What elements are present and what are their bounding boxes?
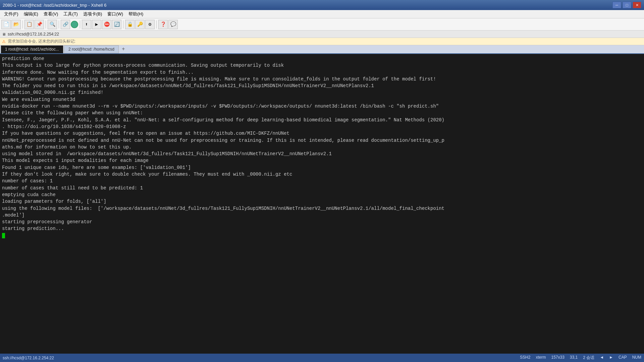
- terminal-line: The folder you need to run this in is /w…: [2, 82, 642, 89]
- menu-tabs[interactable]: 选项卡(B): [80, 10, 105, 18]
- sep6: [156, 20, 157, 28]
- status-protocol: SSH2: [520, 355, 530, 361]
- menu-edit[interactable]: 编辑(E): [21, 10, 41, 18]
- sep1: [22, 20, 23, 28]
- terminal-line: prediction done: [2, 55, 642, 62]
- paste-btn[interactable]: 📌: [35, 20, 44, 29]
- terminal-line: number of cases: 1: [2, 178, 642, 184]
- reconnect-btn[interactable]: 🔄: [112, 20, 121, 29]
- sep3: [59, 20, 59, 28]
- maximize-button[interactable]: □: [623, 2, 631, 8]
- status-right: SSH2 xterm 157x33 33,1 2 会话 ◄ ► CAP NUM: [520, 355, 641, 361]
- copy-btn[interactable]: 📋: [24, 20, 34, 29]
- settings-btn[interactable]: ⚙: [145, 20, 155, 29]
- address-bar: 🖥 ssh://hcsd@172.16.2.254:22: [0, 31, 644, 38]
- terminal-line: [2, 232, 642, 239]
- terminal-line: If you have questions or suggestions, fe…: [2, 130, 642, 137]
- scroll-right-btn[interactable]: ►: [609, 355, 613, 361]
- minimize-button[interactable]: ─: [612, 2, 621, 8]
- terminal-line: starting preprocessing generator: [2, 219, 642, 225]
- terminal-line: If they don't look right, make sure to d…: [2, 171, 642, 178]
- menu-tools[interactable]: 工具(T): [61, 10, 80, 18]
- key-btn[interactable]: 🔑: [135, 20, 145, 29]
- terminal-line: nnUNet_preprocessed is not defined and n…: [2, 137, 642, 144]
- terminal-content: prediction doneThis output is too large …: [2, 55, 642, 239]
- terminal-line: WARNING! Cannot run postprocessing becau…: [2, 76, 642, 82]
- terminal-line: Please cite the following paper when usi…: [2, 110, 642, 116]
- terminal-area[interactable]: prediction doneThis output is too large …: [0, 54, 644, 354]
- status-terminal: xterm: [536, 355, 546, 361]
- terminal-line: using the following model files: ['/work…: [2, 205, 642, 212]
- terminal-line: aths.md for information on how to set th…: [2, 144, 642, 150]
- title-controls: ─ □ ✕: [612, 2, 641, 8]
- terminal-cursor: [2, 233, 5, 238]
- num-indicator: NUM: [632, 355, 641, 361]
- status-indicator: [71, 21, 78, 28]
- status-left: ssh://hcsd@172.16.2.254:22: [3, 356, 54, 360]
- terminal-line: validation_002_0000.nii.gz finished!: [2, 89, 642, 96]
- terminal-line: Isensee, F., Jaeger, P.F., Kohl, S.A.A. …: [2, 117, 642, 123]
- tab-1[interactable]: 1 root@hcsd: /ssd1/wzh/doc...: [1, 45, 63, 53]
- ssh-address: ssh://hcsd@172.16.2.254:22: [8, 32, 59, 37]
- menu-file[interactable]: 文件(F): [1, 10, 21, 18]
- warning-text: 需求加旧命令会, 还来您的的旧头标记:: [8, 39, 75, 44]
- terminal-line: We are evaluating nnunet3d: [2, 96, 642, 103]
- sep2: [46, 20, 46, 28]
- new-session-btn[interactable]: 📄: [1, 20, 11, 29]
- terminal-line: inference done. Now waiting for the segm…: [2, 69, 642, 76]
- lock-btn[interactable]: 🔒: [125, 20, 135, 29]
- close-button[interactable]: ✕: [633, 2, 641, 8]
- terminal-line: Found 1 unique case ids, here are some e…: [2, 164, 642, 171]
- menu-help[interactable]: 帮助(H): [126, 10, 146, 18]
- disconnect-btn[interactable]: ⛔: [102, 20, 111, 29]
- terminal-line: This model expects 1 input modalities fo…: [2, 157, 642, 164]
- menu-bar: 文件(F) 编辑(E) 查看(V) 工具(T) 选项卡(B) 窗口(W) 帮助(…: [0, 10, 644, 18]
- status-bar: ssh://hcsd@172.16.2.254:22 SSH2 xterm 15…: [0, 354, 644, 362]
- help-btn[interactable]: ❓: [158, 20, 168, 29]
- status-zoom: 33,1: [570, 355, 578, 361]
- terminal-line: loading parameters for folds, ['all']: [2, 198, 642, 205]
- terminal-line: This output is too large for python proc…: [2, 62, 642, 69]
- open-btn[interactable]: 📂: [11, 20, 21, 29]
- comment-btn[interactable]: 💬: [168, 20, 178, 29]
- sep4: [80, 20, 80, 28]
- scroll-left-btn[interactable]: ◄: [600, 355, 604, 361]
- terminal-line: . https://doi.org/10.1038/s41592-020-010…: [2, 123, 642, 130]
- status-size: 157x33: [551, 355, 564, 361]
- transfer-btn[interactable]: ⬆: [82, 20, 91, 29]
- add-tab-button[interactable]: +: [119, 45, 127, 53]
- warning-bar: ⚠ 需求加旧命令会, 还来您的的旧头标记:: [0, 38, 644, 45]
- terminal-line: number of cases that still need to be pr…: [2, 185, 642, 191]
- caps-indicator: CAP: [619, 355, 627, 361]
- tab-2[interactable]: 2 root@hcsd: /home/hcsd: [64, 45, 119, 53]
- find-btn[interactable]: 🔍: [48, 20, 57, 29]
- menu-view[interactable]: 查看(V): [41, 10, 61, 18]
- tabs-bar: 1 root@hcsd: /ssd1/wzh/doc... 2 root@hcs…: [0, 45, 644, 54]
- menu-window[interactable]: 窗口(W): [105, 10, 126, 18]
- sep5: [123, 20, 123, 28]
- terminal-line: nvidia-docker run --name nnunet3d --rm -…: [2, 103, 642, 110]
- terminal-line: starting prediction...: [2, 225, 642, 232]
- terminal-line: emptying cuda cache: [2, 191, 642, 198]
- terminal-line: .model']: [2, 212, 642, 219]
- script-btn[interactable]: ▶: [92, 20, 101, 29]
- connect-btn[interactable]: 🔗: [61, 20, 70, 29]
- terminal-line: using model stored in /workspace/dataset…: [2, 150, 642, 157]
- status-sessions: 2 会话: [583, 355, 594, 361]
- title-bar: 2080-1 - root@hcsd: /ssd1/wzh/docker_tmp…: [0, 0, 644, 10]
- title-text: 2080-1 - root@hcsd: /ssd1/wzh/docker_tmp…: [3, 3, 106, 8]
- toolbar: 📄 📂 📋 📌 🔍 🔗 ⬆ ▶ ⛔ 🔄 🔒 🔑 ⚙ ❓ 💬: [0, 18, 644, 31]
- status-ssh: ssh://hcsd@172.16.2.254:22: [3, 356, 54, 360]
